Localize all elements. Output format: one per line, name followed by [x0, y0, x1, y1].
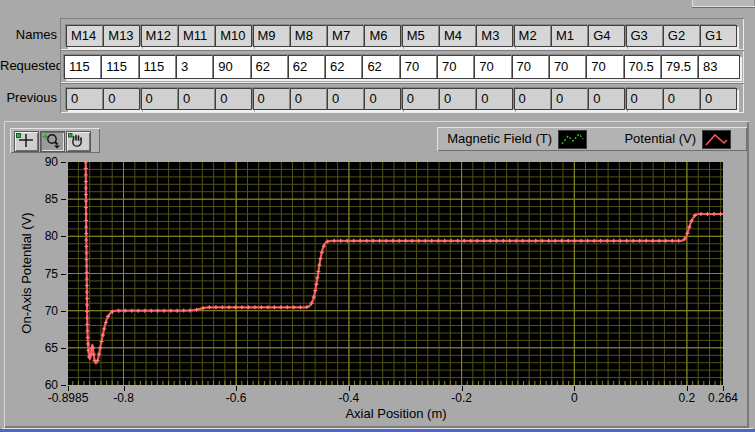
x-tick-mark [462, 386, 463, 391]
hand-icon [67, 132, 88, 149]
x-tick-label: 0 [571, 391, 578, 405]
x-tick-label: -0.8985 [48, 391, 89, 405]
y-tick-label: 70 [28, 304, 58, 318]
name-cell-M3[interactable]: M3 [476, 25, 513, 47]
x-tick-label: -0.8 [113, 391, 134, 405]
name-cell-M8[interactable]: M8 [290, 25, 327, 47]
y-tick-mark [61, 236, 66, 237]
cursor-tool-button[interactable] [14, 131, 39, 152]
name-cell-M13[interactable]: M13 [103, 25, 140, 47]
requested-input-M12[interactable]: 115 [139, 55, 181, 79]
name-cell-G3[interactable]: G3 [626, 25, 663, 47]
name-cell-G2[interactable]: G2 [663, 25, 700, 47]
legend-item-magnetic-field[interactable]: Magnetic Field (T) [440, 131, 552, 146]
requested-input-M2[interactable]: 70 [512, 55, 554, 79]
front-panel: Names Requested Previous [0, 0, 755, 432]
requested-input-G2[interactable]: 79.5 [661, 55, 703, 79]
partial-control-top-right[interactable] [692, 0, 755, 8]
previous-value-M12: 0 [141, 88, 178, 110]
x-tick-label: -0.6 [226, 391, 247, 405]
x-tick-mark [687, 386, 688, 391]
graph-plot-area[interactable] [68, 162, 723, 385]
y-tick-label: 85 [28, 192, 58, 206]
magnifier-icon [41, 132, 62, 149]
requested-input-M11[interactable]: 3 [176, 55, 218, 79]
solid-line-sample-icon [703, 131, 730, 148]
name-cell-M11[interactable]: M11 [178, 25, 215, 47]
previous-value-M5: 0 [402, 88, 439, 110]
previous-value-G2: 0 [663, 88, 700, 110]
requested-input-G4[interactable]: 70 [586, 55, 628, 79]
y-tick-mark [61, 385, 66, 386]
name-cell-M14[interactable]: M14 [66, 25, 103, 47]
plot-legend: Magnetic Field (T) Potential (V) [437, 127, 747, 151]
name-cell-M1[interactable]: M1 [551, 25, 588, 47]
zoom-tool-button[interactable] [40, 131, 65, 152]
y-tick-label: 60 [28, 378, 58, 392]
y-tick-mark [61, 162, 66, 163]
requested-input-M14[interactable]: 115 [64, 55, 106, 79]
y-tick-label: 75 [28, 267, 58, 281]
previous-value-M1: 0 [551, 88, 588, 110]
x-tick-mark [124, 386, 125, 391]
requested-input-G1[interactable]: 83 [698, 55, 740, 79]
name-cell-M6[interactable]: M6 [364, 25, 401, 47]
requested-input-M5[interactable]: 70 [400, 55, 442, 79]
name-cell-M12[interactable]: M12 [141, 25, 178, 47]
previous-value-M8: 0 [290, 88, 327, 110]
graph-tool-palette [10, 128, 100, 153]
requested-input-M13[interactable]: 115 [101, 55, 143, 79]
name-cell-M9[interactable]: M9 [253, 25, 290, 47]
names-row-label: Names [0, 27, 57, 42]
legend-swatch-magnetic-field[interactable] [558, 130, 587, 149]
requested-input-M1[interactable]: 70 [549, 55, 591, 79]
y-tick-label: 90 [28, 155, 58, 169]
requested-input-M8[interactable]: 62 [288, 55, 330, 79]
requested-input-M10[interactable]: 90 [213, 55, 255, 79]
name-cell-M10[interactable]: M10 [215, 25, 252, 47]
name-cell-M4[interactable]: M4 [439, 25, 476, 47]
requested-input-M9[interactable]: 62 [251, 55, 293, 79]
previous-value-M9: 0 [253, 88, 290, 110]
previous-value-M4: 0 [439, 88, 476, 110]
previous-value-M13: 0 [103, 88, 140, 110]
previous-value-M10: 0 [215, 88, 252, 110]
crosshair-icon [15, 132, 36, 149]
x-tick-label: -0.2 [451, 391, 472, 405]
x-tick-mark [574, 386, 575, 391]
requested-input-M6[interactable]: 62 [362, 55, 404, 79]
x-tick-mark [349, 386, 350, 391]
legend-item-potential[interactable]: Potential (V) [598, 131, 696, 146]
y-tick-mark [61, 199, 66, 200]
previous-value-M2: 0 [514, 88, 551, 110]
y-tick-label: 80 [28, 229, 58, 243]
requested-input-G3[interactable]: 70.5 [624, 55, 666, 79]
y-tick-label: 65 [28, 341, 58, 355]
dashed-line-sample-icon [559, 131, 586, 148]
previous-value-M7: 0 [327, 88, 364, 110]
y-tick-mark [61, 311, 66, 312]
name-cell-M5[interactable]: M5 [402, 25, 439, 47]
legend-swatch-potential[interactable] [702, 130, 731, 149]
previous-value-M3: 0 [476, 88, 513, 110]
pan-tool-button[interactable] [66, 131, 91, 152]
requested-input-M3[interactable]: 70 [474, 55, 516, 79]
previous-value-M11: 0 [178, 88, 215, 110]
name-cell-M2[interactable]: M2 [514, 25, 551, 47]
previous-value-G1: 0 [700, 88, 737, 110]
x-tick-mark [236, 386, 237, 391]
x-tick-mark [68, 386, 69, 391]
requested-input-M4[interactable]: 70 [437, 55, 479, 79]
requested-row-label: Requested [0, 58, 57, 73]
name-cell-M7[interactable]: M7 [327, 25, 364, 47]
previous-row-label: Previous [0, 90, 57, 105]
x-tick-label: -0.4 [339, 391, 360, 405]
name-cell-G1[interactable]: G1 [700, 25, 737, 47]
previous-value-M6: 0 [364, 88, 401, 110]
previous-value-G3: 0 [626, 88, 663, 110]
requested-input-M7[interactable]: 62 [325, 55, 367, 79]
previous-value-G4: 0 [588, 88, 625, 110]
previous-value-M14: 0 [66, 88, 103, 110]
name-cell-G4[interactable]: G4 [588, 25, 625, 47]
y-tick-mark [61, 274, 66, 275]
